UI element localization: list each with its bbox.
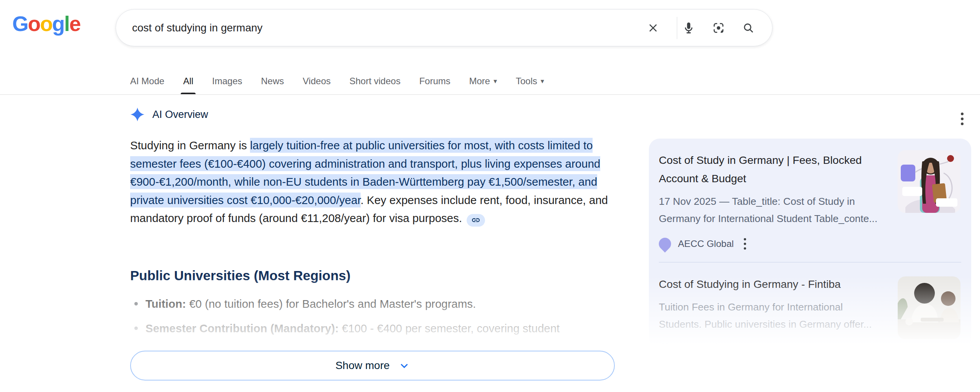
microphone-icon[interactable] <box>681 20 696 36</box>
tab-more[interactable]: More▾ <box>469 71 497 91</box>
show-more-label: Show more <box>335 359 390 372</box>
bullet-text: €0 (no tuition fees) for Bachelor's and … <box>186 297 476 310</box>
tab-label: Short videos <box>350 76 400 87</box>
show-more-button[interactable]: Show more <box>130 351 615 381</box>
google-search-results-page: Google AI Mode All Images News Videos <box>0 0 980 392</box>
result-thumbnail[interactable] <box>898 150 960 213</box>
result-menu-icon[interactable] <box>742 237 748 251</box>
tab-label: Tools <box>516 76 537 87</box>
bullet-term: Semester Contribution (Mandatory): <box>145 322 339 335</box>
tab-all[interactable]: All <box>183 71 193 91</box>
search-bar[interactable] <box>116 9 773 46</box>
result-thumbnail[interactable] <box>898 276 960 339</box>
tab-images[interactable]: Images <box>212 71 242 91</box>
map-pin-favicon-icon <box>656 235 673 252</box>
bullet-text: €100 - €400 per semester, covering stude… <box>339 322 560 335</box>
tab-videos[interactable]: Videos <box>303 71 331 91</box>
section-heading: Public Universities (Most Regions) <box>130 268 351 283</box>
result-source-row: AECC Global <box>659 237 882 251</box>
result-snippet: 17 Nov 2025 — Table_title: Cost of Study… <box>659 193 883 227</box>
ai-overview-label: AI Overview <box>152 109 208 121</box>
result-source-name: AECC Global <box>678 238 734 249</box>
tab-label: AI Mode <box>130 76 164 87</box>
google-logo[interactable]: Google <box>12 8 80 39</box>
tab-label: All <box>183 76 193 87</box>
results-tab-bar: AI Mode All Images News Videos Short vid… <box>130 71 544 91</box>
tab-short-videos[interactable]: Short videos <box>350 71 400 91</box>
tab-news[interactable]: News <box>261 71 284 91</box>
logo-letter: l <box>64 12 69 36</box>
logo-letter: o <box>40 12 52 36</box>
header-divider <box>0 94 980 95</box>
logo-letter: g <box>52 12 64 36</box>
ai-overview-menu-icon[interactable] <box>959 111 965 127</box>
tab-tools[interactable]: Tools▾ <box>516 71 544 91</box>
result-title[interactable]: Cost of Studying in Germany - Fintiba <box>659 275 883 293</box>
tab-forums[interactable]: Forums <box>419 71 450 91</box>
dropdown-arrow-icon: ▾ <box>541 77 544 85</box>
search-icon[interactable] <box>741 20 756 36</box>
logo-letter: G <box>12 12 28 36</box>
search-bar-divider <box>677 17 677 39</box>
result-title[interactable]: Cost of Study in Germany | Fees, Blocked… <box>659 151 883 188</box>
tab-label: Images <box>212 76 242 87</box>
list-item: Tuition: €0 (no tuition fees) for Bachel… <box>132 295 618 313</box>
list-item: Semester Contribution (Mandatory): €100 … <box>132 319 618 337</box>
search-input[interactable] <box>132 22 645 34</box>
logo-letter: e <box>69 12 80 36</box>
chevron-down-icon <box>399 360 410 371</box>
bullet-term: Tuition: <box>145 297 186 310</box>
tab-label: News <box>261 76 284 87</box>
result-source-name: Fintiba <box>678 344 706 355</box>
result-item[interactable]: Cost of Studying in Germany - Fintiba Tu… <box>649 263 971 366</box>
ai-overview-header: AI Overview <box>130 107 208 122</box>
tab-label: Videos <box>303 76 331 87</box>
sparkle-icon <box>130 107 145 122</box>
tab-label: Forums <box>419 76 450 87</box>
ai-overview-paragraph: Studying in Germany is largely tuition-f… <box>130 136 619 227</box>
result-source-row: Fintiba <box>659 342 882 357</box>
bullet-list: Tuition: €0 (no tuition fees) for Bachel… <box>132 295 618 344</box>
google-lens-icon[interactable] <box>711 20 726 36</box>
paragraph-plain-text: Studying in Germany is <box>130 139 250 152</box>
source-results-card: Cost of Study in Germany | Fees, Blocked… <box>649 139 971 348</box>
result-menu-icon[interactable] <box>715 342 720 357</box>
source-link-chip[interactable] <box>467 214 485 227</box>
link-icon <box>471 216 480 225</box>
result-item[interactable]: Cost of Study in Germany | Fees, Blocked… <box>649 139 971 260</box>
tab-label: More <box>469 76 490 87</box>
result-snippet: Tuition Fees in Germany for Internationa… <box>659 299 883 333</box>
ring-dot-favicon-icon <box>659 343 671 356</box>
tab-ai-mode[interactable]: AI Mode <box>130 71 164 91</box>
clear-icon[interactable] <box>645 20 661 36</box>
dropdown-arrow-icon: ▾ <box>493 77 497 85</box>
logo-letter: o <box>28 12 40 36</box>
